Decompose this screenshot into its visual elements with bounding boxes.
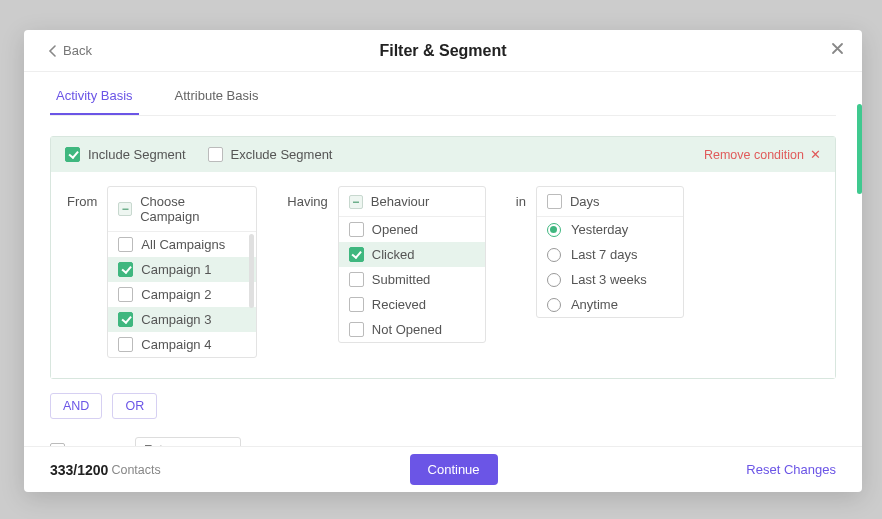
tab-activity-basis[interactable]: Activity Basis — [50, 78, 139, 115]
checkbox[interactable] — [349, 322, 364, 337]
behaviour-option-not-opened[interactable]: Not Opened — [339, 317, 485, 342]
days-option-last-3w[interactable]: Last 3 weeks — [537, 267, 683, 292]
modal-title: Filter & Segment — [379, 42, 506, 60]
remove-x-icon: ✕ — [810, 147, 821, 162]
collapse-icon: − — [118, 202, 132, 216]
close-button[interactable] — [831, 42, 844, 58]
condition-block: Include Segment Exclude Segment Remove c… — [50, 136, 836, 379]
days-option-anytime[interactable]: Anytime — [537, 292, 683, 317]
include-segment-option[interactable]: Include Segment — [65, 147, 186, 162]
campaign-header-label: Choose Campaign — [140, 194, 246, 224]
limit-row: Limit to contacts who have not received … — [50, 437, 836, 446]
from-column: From − Choose Campaign All Campaigns Cam… — [67, 186, 257, 358]
exclude-segment-checkbox[interactable] — [208, 147, 223, 162]
campaign-options: All Campaigns Campaign 1 Campaign 2 Camp… — [108, 232, 256, 357]
modal-header: Back Filter & Segment — [24, 30, 862, 72]
behaviour-option-submitted[interactable]: Submitted — [339, 267, 485, 292]
radio[interactable] — [547, 298, 561, 312]
days-header-label: Days — [570, 194, 600, 209]
and-button[interactable]: AND — [50, 393, 102, 419]
modal-footer: 333/1200 Contacts Continue Reset Changes — [24, 446, 862, 492]
checkbox[interactable] — [118, 287, 133, 302]
or-button[interactable]: OR — [112, 393, 157, 419]
checkbox[interactable] — [118, 237, 133, 252]
include-segment-checkbox[interactable] — [65, 147, 80, 162]
days-option-last-7[interactable]: Last 7 days — [537, 242, 683, 267]
behaviour-panel: − Behaviour Opened Clicked Submitted Rec… — [338, 186, 486, 343]
in-column: in Days Yesterday Last 7 days Last 3 wee… — [516, 186, 684, 318]
limit-checkbox[interactable] — [50, 443, 65, 447]
days-option-yesterday[interactable]: Yesterday — [537, 217, 683, 242]
checkbox[interactable] — [118, 262, 133, 277]
logic-operators: AND OR — [50, 393, 836, 419]
option-label: Campaign 2 — [141, 287, 211, 302]
having-column: Having − Behaviour Opened Clicked Submit… — [287, 186, 485, 343]
limit-suffix: contacts who have not received this temp… — [251, 443, 573, 447]
behaviour-option-opened[interactable]: Opened — [339, 217, 485, 242]
behaviour-options: Opened Clicked Submitted Recieved Not Op… — [339, 217, 485, 342]
option-label: Not Opened — [372, 322, 442, 337]
condition-header: Include Segment Exclude Segment Remove c… — [51, 137, 835, 172]
days-head-checkbox[interactable] — [547, 194, 562, 209]
contact-count: 333/1200 — [50, 462, 108, 478]
exclude-segment-option[interactable]: Exclude Segment — [208, 147, 333, 162]
having-label: Having — [287, 186, 327, 209]
option-label: Last 3 weeks — [571, 272, 647, 287]
close-icon — [831, 42, 844, 55]
filter-segment-modal: Back Filter & Segment Activity Basis Att… — [24, 30, 862, 492]
option-label: Recieved — [372, 297, 426, 312]
behaviour-option-recieved[interactable]: Recieved — [339, 292, 485, 317]
radio[interactable] — [547, 273, 561, 287]
tab-attribute-basis[interactable]: Attribute Basis — [169, 78, 265, 115]
contact-count-label: Contacts — [111, 463, 160, 477]
option-label: Submitted — [372, 272, 431, 287]
behaviour-option-clicked[interactable]: Clicked — [339, 242, 485, 267]
behaviour-header-label: Behaviour — [371, 194, 430, 209]
option-label: Campaign 4 — [141, 337, 211, 352]
campaign-panel-header[interactable]: − Choose Campaign — [108, 187, 256, 232]
option-label: Campaign 3 — [141, 312, 211, 327]
checkbox[interactable] — [349, 222, 364, 237]
campaign-option-1[interactable]: Campaign 1 — [108, 257, 256, 282]
from-label: From — [67, 186, 97, 209]
limit-label: Limit to — [83, 443, 125, 447]
campaign-option-2[interactable]: Campaign 2 — [108, 282, 256, 307]
days-panel: Days Yesterday Last 7 days Last 3 weeks … — [536, 186, 684, 318]
reset-changes-link[interactable]: Reset Changes — [746, 462, 836, 477]
days-options: Yesterday Last 7 days Last 3 weeks Anyti… — [537, 217, 683, 317]
tabs: Activity Basis Attribute Basis — [50, 78, 836, 116]
collapse-icon: − — [349, 195, 363, 209]
campaign-option-all[interactable]: All Campaigns — [108, 232, 256, 257]
checkbox[interactable] — [118, 337, 133, 352]
radio[interactable] — [547, 248, 561, 262]
back-label: Back — [63, 43, 92, 58]
radio[interactable] — [547, 223, 561, 237]
option-label: Clicked — [372, 247, 415, 262]
campaign-panel: − Choose Campaign All Campaigns Campaign… — [107, 186, 257, 358]
option-label: All Campaigns — [141, 237, 225, 252]
chevron-left-icon — [48, 45, 57, 57]
checkbox[interactable] — [349, 247, 364, 262]
checkbox[interactable] — [118, 312, 133, 327]
condition-body: From − Choose Campaign All Campaigns Cam… — [51, 172, 835, 378]
campaign-option-3[interactable]: Campaign 3 — [108, 307, 256, 332]
option-label: Anytime — [571, 297, 618, 312]
back-button[interactable]: Back — [48, 43, 92, 58]
option-label: Yesterday — [571, 222, 628, 237]
in-label: in — [516, 186, 526, 209]
exclude-segment-label: Exclude Segment — [231, 147, 333, 162]
option-label: Opened — [372, 222, 418, 237]
modal-body: Activity Basis Attribute Basis Include S… — [24, 72, 862, 446]
checkbox[interactable] — [349, 297, 364, 312]
scrollbar-thumb[interactable] — [249, 234, 254, 308]
days-panel-header[interactable]: Days — [537, 187, 683, 217]
remove-condition-button[interactable]: Remove condition ✕ — [704, 147, 821, 162]
remove-condition-label: Remove condition — [704, 148, 804, 162]
continue-button[interactable]: Continue — [410, 454, 498, 485]
limit-input[interactable] — [135, 437, 241, 446]
checkbox[interactable] — [349, 272, 364, 287]
option-label: Last 7 days — [571, 247, 638, 262]
option-label: Campaign 1 — [141, 262, 211, 277]
campaign-option-4[interactable]: Campaign 4 — [108, 332, 256, 357]
behaviour-panel-header[interactable]: − Behaviour — [339, 187, 485, 217]
